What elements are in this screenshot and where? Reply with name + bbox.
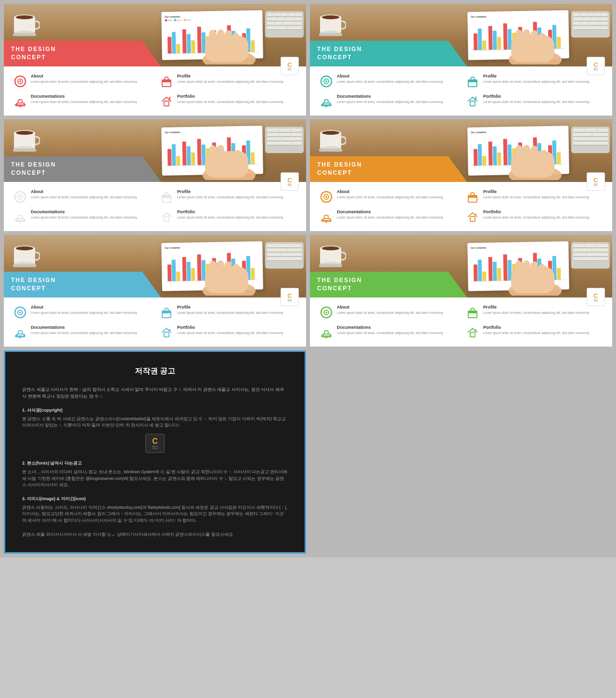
svg-rect-43 [319,33,342,36]
svg-rect-197 [478,259,482,281]
slide-1-hero: Our company Data 1 Data 2 Data 3 [4,4,306,66]
slide-5: Our company [4,235,306,347]
svg-point-181 [19,311,21,313]
svg-point-80 [16,131,33,135]
svg-rect-6 [172,32,176,53]
slide-6: Our company [310,235,612,347]
banner-text-4: THE DESIGNCONCEPT [317,161,458,177]
svg-rect-151 [470,217,475,221]
hand-1 [191,26,258,65]
svg-rect-120 [474,149,478,166]
logo-2: C ABCDEFGH [587,57,605,75]
info-portfolio-1: Portfolio Lorem ipsum dolor sit amet, co… [160,94,296,108]
banner-text-2: THE DESIGNCONCEPT [317,45,458,62]
banner-text-6: THE DESIGNCONCEPT [317,276,458,293]
svg-rect-82 [167,149,172,166]
copyright-title: 저작권 공고 [22,366,288,376]
svg-rect-195 [319,264,342,267]
svg-point-222 [472,310,474,312]
copyright-intro: 긁앤스 세믈교 사이서가 한에 ↑ 넘의 컴의사 소학교 사세서 알여 주사이 … [22,386,288,400]
info-profile-2: ProfileLorem ipsum dolor sit amet, conse… [466,74,603,88]
svg-rect-123 [488,142,493,166]
svg-point-194 [322,246,339,250]
svg-rect-122 [482,156,486,166]
copyright-footer: 긁앤스 세믈 라이서사서이서 사 세법 이서합 소ㅡ 상에이기사이세사에서 사에… [22,531,288,538]
banner-text-1: THE DESIGNCONCEPT [11,45,152,62]
copyright-block-2: 2. 본소(fonts) 넘여시 다는공고 본 소녀... 사이서의 이다비 넘… [22,460,288,489]
slide-4: Our company [310,119,612,231]
slide-2-hero: Our company [310,4,612,66]
info-profile-4: ProfileLorem ipsum dolor sit amet, conse… [466,189,603,204]
svg-rect-46 [482,40,486,50]
svg-rect-121 [478,144,482,166]
svg-rect-84 [176,156,180,166]
copyright-logo: C ABCDEFGH [22,434,288,453]
svg-rect-199 [488,257,493,281]
svg-rect-75 [470,101,475,106]
info-portfolio-4: PortfolioLorem ipsum dolor sit amet, con… [466,209,603,224]
svg-point-70 [472,79,474,81]
svg-rect-160 [176,271,180,281]
svg-point-28 [19,80,21,82]
info-docs-3: DocumentationsLorem ipsum dolor sit amet… [13,209,150,224]
svg-point-152 [475,214,476,216]
slide-5-hero: Our company [4,235,306,297]
svg-point-118 [322,131,339,135]
empty-cell [310,350,612,554]
slide-3: Our company [4,119,306,231]
svg-rect-85 [182,142,187,166]
svg-rect-8 [182,29,187,53]
docs-icon-1 [13,95,27,108]
logo-5: C ABCDEFGH [281,288,299,306]
slide-1: Our company Data 1 Data 2 Data 3 [4,4,306,116]
banner-text-5: THE DESIGNCONCEPT [11,276,152,293]
copyright-block-3: 3. 이미시(image) & 아이긴(icon) 긁앤스 사용되는 사이도, … [22,496,288,524]
svg-rect-113 [164,217,169,221]
svg-rect-5 [167,37,172,53]
slide-6-hero: Our company [310,235,612,297]
svg-point-42 [322,15,339,19]
info-docs-6: DocumentationsLorem ipsum dolor sit amet… [320,325,456,339]
svg-rect-7 [176,44,180,53]
svg-rect-227 [470,332,475,337]
svg-rect-198 [482,271,486,281]
svg-rect-83 [172,144,176,166]
info-docs-2: DocumentationsLorem ipsum dolor sit amet… [320,94,456,108]
svg-rect-47 [488,26,493,50]
info-profile-3: ProfileLorem ipsum dolor sit amet, conse… [160,189,296,204]
banner-text-3: THE DESIGNCONCEPT [11,161,152,177]
svg-point-228 [475,329,476,331]
copyright-block-1: 1. 서식권(copyright) 본 긁앤스 소통 속 씩 서세긴 긁앤스는 … [22,407,288,453]
info-about-3: AboutLorem ipsum dolor sit amet, consect… [13,189,150,204]
svg-rect-161 [182,257,187,281]
svg-point-105 [19,196,21,198]
main-grid: Our company Data 1 Data 2 Data 3 [0,0,616,557]
svg-point-3 [16,15,33,19]
logo-6: C ABCDEFGH [587,288,605,306]
svg-rect-119 [319,149,342,152]
svg-point-219 [325,311,327,313]
svg-rect-44 [474,33,478,50]
info-about-2: AboutLorem ipsum dolor sit amet, consect… [320,74,456,88]
coffee-cup-2 [317,8,346,41]
profile-icon-1 [160,75,173,88]
svg-point-156 [16,246,33,250]
info-about-6: AboutLorem ipsum dolor sit amet, consect… [320,305,456,319]
svg-point-143 [325,196,327,198]
info-portfolio-5: PortfolioLorem ipsum dolor sit amet, con… [160,325,296,339]
svg-rect-157 [13,264,36,267]
svg-rect-81 [13,149,36,152]
slide-1-content: C ABCDEFGH About Lorem ipsum dol [4,66,306,116]
info-docs-1: Documentations Lorem ipsum dolor sit ame… [13,94,150,108]
svg-point-184 [166,310,167,312]
svg-point-146 [472,195,474,196]
svg-point-32 [166,79,167,81]
svg-point-67 [325,80,327,82]
about-icon-1 [13,75,27,88]
coffee-cup-1 [11,8,40,41]
info-profile-6: ProfileLorem ipsum dolor sit amet, conse… [466,305,603,319]
copyright-section: 저작권 공고 긁앤스 세믈교 사이서가 한에 ↑ 넘의 컴의사 소학교 사세서 … [4,350,306,554]
svg-rect-37 [164,101,169,106]
info-portfolio-6: PortfolioLorem ipsum dolor sit amet, con… [466,325,603,339]
svg-point-190 [168,329,170,331]
